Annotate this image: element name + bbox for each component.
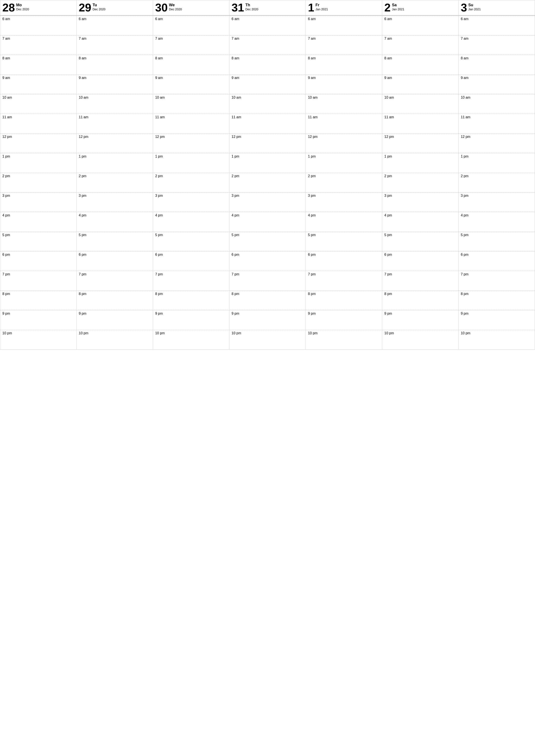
time-cell-mo-6-am[interactable]: 6 am <box>0 16 77 35</box>
time-cell-tu-12-pm[interactable]: 12 pm <box>77 134 153 153</box>
time-cell-fr-1-pm[interactable]: 1 pm <box>306 153 382 173</box>
time-cell-tu-1-pm[interactable]: 1 pm <box>77 153 153 173</box>
time-cell-th-6-pm[interactable]: 6 pm <box>230 252 306 271</box>
time-cell-su-10-am[interactable]: 10 am <box>459 94 535 114</box>
time-cell-su-10-pm[interactable]: 10 pm <box>459 330 535 349</box>
time-cell-fr-10-am[interactable]: 10 am <box>306 94 382 114</box>
time-cell-th-6-am[interactable]: 6 am <box>230 16 306 35</box>
time-cell-th-8-pm[interactable]: 8 pm <box>230 291 306 310</box>
time-cell-we-2-pm[interactable]: 2 pm <box>153 173 230 192</box>
time-cell-mo-11-am[interactable]: 11 am <box>0 114 77 133</box>
time-cell-fr-4-pm[interactable]: 4 pm <box>306 212 382 231</box>
time-cell-su-1-pm[interactable]: 1 pm <box>459 153 535 173</box>
time-cell-sa-1-pm[interactable]: 1 pm <box>382 153 459 173</box>
time-cell-su-12-pm[interactable]: 12 pm <box>459 134 535 153</box>
time-cell-th-4-pm[interactable]: 4 pm <box>230 212 306 231</box>
time-cell-mo-2-pm[interactable]: 2 pm <box>0 173 77 192</box>
time-cell-th-9-pm[interactable]: 9 pm <box>230 310 306 330</box>
time-cell-we-10-pm[interactable]: 10 pm <box>153 330 230 349</box>
time-cell-mo-9-am[interactable]: 9 am <box>0 75 77 94</box>
time-cell-tu-2-pm[interactable]: 2 pm <box>77 173 153 192</box>
time-cell-fr-8-am[interactable]: 8 am <box>306 55 382 74</box>
time-cell-tu-3-pm[interactable]: 3 pm <box>77 193 153 212</box>
time-cell-we-1-pm[interactable]: 1 pm <box>153 153 230 173</box>
time-cell-sa-3-pm[interactable]: 3 pm <box>382 193 459 212</box>
time-cell-su-6-pm[interactable]: 6 pm <box>459 252 535 271</box>
time-cell-tu-11-am[interactable]: 11 am <box>77 114 153 133</box>
time-cell-sa-8-am[interactable]: 8 am <box>382 55 459 74</box>
time-cell-su-11-am[interactable]: 11 am <box>459 114 535 133</box>
time-cell-mo-8-am[interactable]: 8 am <box>0 55 77 74</box>
time-cell-mo-10-am[interactable]: 10 am <box>0 94 77 114</box>
time-cell-th-1-pm[interactable]: 1 pm <box>230 153 306 173</box>
time-cell-tu-10-pm[interactable]: 10 pm <box>77 330 153 349</box>
time-cell-th-10-pm[interactable]: 10 pm <box>230 330 306 349</box>
time-cell-we-6-pm[interactable]: 6 pm <box>153 252 230 271</box>
time-cell-sa-6-pm[interactable]: 6 pm <box>382 252 459 271</box>
time-cell-we-9-pm[interactable]: 9 pm <box>153 310 230 330</box>
time-cell-fr-12-pm[interactable]: 12 pm <box>306 134 382 153</box>
time-cell-mo-6-pm[interactable]: 6 pm <box>0 252 77 271</box>
time-cell-tu-4-pm[interactable]: 4 pm <box>77 212 153 231</box>
time-cell-su-7-am[interactable]: 7 am <box>459 35 535 55</box>
time-cell-th-9-am[interactable]: 9 am <box>230 75 306 94</box>
time-cell-mo-12-pm[interactable]: 12 pm <box>0 134 77 153</box>
time-cell-tu-8-am[interactable]: 8 am <box>77 55 153 74</box>
time-cell-su-7-pm[interactable]: 7 pm <box>459 271 535 290</box>
time-cell-fr-6-am[interactable]: 6 am <box>306 16 382 35</box>
time-cell-we-7-am[interactable]: 7 am <box>153 35 230 55</box>
time-cell-we-3-pm[interactable]: 3 pm <box>153 193 230 212</box>
time-cell-mo-8-pm[interactable]: 8 pm <box>0 291 77 310</box>
time-cell-su-9-am[interactable]: 9 am <box>459 75 535 94</box>
time-cell-tu-7-pm[interactable]: 7 pm <box>77 271 153 290</box>
time-cell-sa-8-pm[interactable]: 8 pm <box>382 291 459 310</box>
time-cell-su-8-am[interactable]: 8 am <box>459 55 535 74</box>
time-cell-we-8-am[interactable]: 8 am <box>153 55 230 74</box>
time-cell-we-6-am[interactable]: 6 am <box>153 16 230 35</box>
time-cell-tu-10-am[interactable]: 10 am <box>77 94 153 114</box>
time-cell-we-10-am[interactable]: 10 am <box>153 94 230 114</box>
time-cell-fr-3-pm[interactable]: 3 pm <box>306 193 382 212</box>
time-cell-fr-2-pm[interactable]: 2 pm <box>306 173 382 192</box>
time-cell-we-9-am[interactable]: 9 am <box>153 75 230 94</box>
time-cell-tu-7-am[interactable]: 7 am <box>77 35 153 55</box>
time-cell-su-8-pm[interactable]: 8 pm <box>459 291 535 310</box>
time-cell-we-7-pm[interactable]: 7 pm <box>153 271 230 290</box>
time-cell-fr-9-am[interactable]: 9 am <box>306 75 382 94</box>
time-cell-we-12-pm[interactable]: 12 pm <box>153 134 230 153</box>
time-cell-tu-6-pm[interactable]: 6 pm <box>77 252 153 271</box>
time-cell-sa-5-pm[interactable]: 5 pm <box>382 232 459 251</box>
time-cell-sa-10-pm[interactable]: 10 pm <box>382 330 459 349</box>
time-cell-th-11-am[interactable]: 11 am <box>230 114 306 133</box>
time-cell-su-2-pm[interactable]: 2 pm <box>459 173 535 192</box>
time-cell-mo-7-pm[interactable]: 7 pm <box>0 271 77 290</box>
time-cell-th-3-pm[interactable]: 3 pm <box>230 193 306 212</box>
time-cell-sa-12-pm[interactable]: 12 pm <box>382 134 459 153</box>
time-cell-th-10-am[interactable]: 10 am <box>230 94 306 114</box>
time-cell-mo-7-am[interactable]: 7 am <box>0 35 77 55</box>
time-cell-sa-7-pm[interactable]: 7 pm <box>382 271 459 290</box>
time-cell-su-9-pm[interactable]: 9 pm <box>459 310 535 330</box>
time-cell-fr-10-pm[interactable]: 10 pm <box>306 330 382 349</box>
time-cell-mo-10-pm[interactable]: 10 pm <box>0 330 77 349</box>
time-cell-we-5-pm[interactable]: 5 pm <box>153 232 230 251</box>
time-cell-we-8-pm[interactable]: 8 pm <box>153 291 230 310</box>
time-cell-su-5-pm[interactable]: 5 pm <box>459 232 535 251</box>
time-cell-mo-4-pm[interactable]: 4 pm <box>0 212 77 231</box>
time-cell-th-5-pm[interactable]: 5 pm <box>230 232 306 251</box>
time-cell-we-4-pm[interactable]: 4 pm <box>153 212 230 231</box>
time-cell-th-7-pm[interactable]: 7 pm <box>230 271 306 290</box>
time-cell-fr-6-pm[interactable]: 6 pm <box>306 252 382 271</box>
time-cell-mo-1-pm[interactable]: 1 pm <box>0 153 77 173</box>
time-cell-we-11-am[interactable]: 11 am <box>153 114 230 133</box>
time-cell-sa-9-am[interactable]: 9 am <box>382 75 459 94</box>
time-cell-su-6-am[interactable]: 6 am <box>459 16 535 35</box>
time-cell-th-8-am[interactable]: 8 am <box>230 55 306 74</box>
time-cell-sa-10-am[interactable]: 10 am <box>382 94 459 114</box>
time-cell-sa-7-am[interactable]: 7 am <box>382 35 459 55</box>
time-cell-fr-11-am[interactable]: 11 am <box>306 114 382 133</box>
time-cell-fr-9-pm[interactable]: 9 pm <box>306 310 382 330</box>
time-cell-sa-9-pm[interactable]: 9 pm <box>382 310 459 330</box>
time-cell-fr-8-pm[interactable]: 8 pm <box>306 291 382 310</box>
time-cell-su-4-pm[interactable]: 4 pm <box>459 212 535 231</box>
